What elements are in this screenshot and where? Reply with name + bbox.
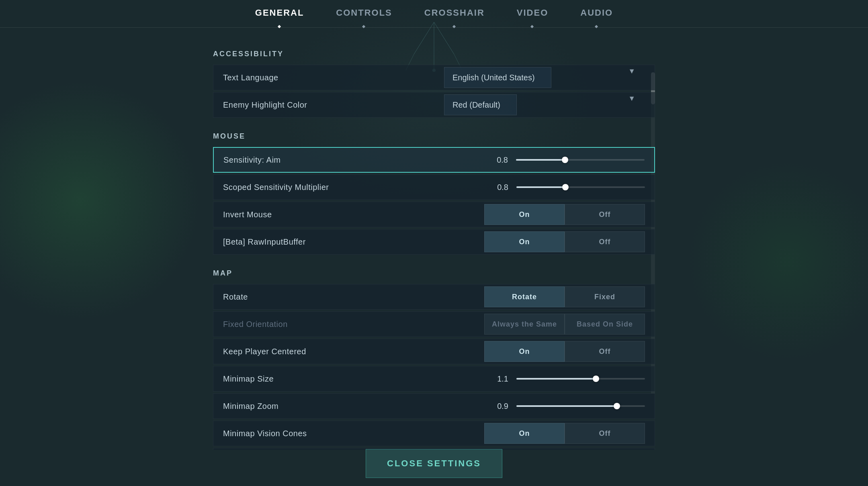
- keep-centered-toggle: On Off: [484, 341, 645, 362]
- minimap-size-thumb[interactable]: [593, 376, 599, 382]
- nav-item-audio[interactable]: AUDIO: [580, 8, 613, 21]
- minimap-zoom-control: 0.9: [488, 402, 645, 411]
- top-navigation: GENERAL CONTROLS CROSSHAIR VIDEO AUDIO: [0, 0, 868, 29]
- minimap-vision-label: Minimap Vision Cones: [223, 429, 484, 438]
- sensitivity-aim-control: 0.8: [488, 155, 645, 165]
- setting-row-text-language: Text Language English (United States) ▼: [213, 65, 655, 90]
- sensitivity-aim-slider[interactable]: [516, 159, 645, 161]
- minimap-size-control: 1.1: [488, 374, 645, 384]
- rotate-label: Rotate: [223, 292, 484, 302]
- mouse-header: MOUSE: [213, 132, 655, 141]
- setting-row-minimap-size: Minimap Size 1.1: [213, 366, 655, 392]
- nav-item-video[interactable]: VIDEO: [517, 8, 548, 21]
- setting-row-scoped-sensitivity: Scoped Sensitivity Multiplier 0.8: [213, 174, 655, 200]
- map-header: MAP: [213, 269, 655, 278]
- scoped-sensitivity-control: 0.8: [488, 183, 645, 192]
- sensitivity-aim-fill: [516, 159, 565, 161]
- nav-item-crosshair[interactable]: CROSSHAIR: [424, 8, 485, 21]
- invert-mouse-on-btn[interactable]: On: [484, 204, 565, 225]
- setting-row-raw-input: [Beta] RawInputBuffer On Off: [213, 229, 655, 255]
- scoped-sensitivity-thumb[interactable]: [562, 184, 569, 190]
- setting-row-minimap-vision: Minimap Vision Cones On Off: [213, 421, 655, 446]
- keep-centered-on-btn[interactable]: On: [484, 341, 565, 362]
- rotate-toggle: Rotate Fixed: [484, 286, 645, 307]
- enemy-highlight-select[interactable]: Red (Default): [444, 94, 517, 115]
- minimap-vision-off-btn[interactable]: Off: [565, 423, 645, 444]
- text-language-dropdown-arrow: ▼: [628, 67, 635, 76]
- settings-panel: ACCESSIBILITY Text Language English (Uni…: [213, 32, 655, 450]
- sensitivity-aim-label: Sensitivity: Aim: [223, 155, 488, 165]
- keep-centered-label: Keep Player Centered: [223, 347, 484, 356]
- keep-centered-off-btn[interactable]: Off: [565, 341, 645, 362]
- minimap-zoom-label: Minimap Zoom: [223, 402, 488, 411]
- scoped-sensitivity-value: 0.8: [488, 183, 508, 192]
- text-language-select[interactable]: English (United States): [444, 67, 551, 88]
- setting-row-rotate: Rotate Rotate Fixed: [213, 284, 655, 310]
- minimap-size-value: 1.1: [488, 374, 508, 384]
- raw-input-off-btn[interactable]: Off: [565, 231, 645, 252]
- fixed-orientation-side-btn[interactable]: Based On Side: [565, 314, 645, 335]
- minimap-zoom-value: 0.9: [488, 402, 508, 411]
- minimap-size-label: Minimap Size: [223, 374, 488, 384]
- raw-input-label: [Beta] RawInputBuffer: [223, 237, 484, 247]
- invert-mouse-toggle: On Off: [484, 204, 645, 225]
- setting-row-invert-mouse: Invert Mouse On Off: [213, 202, 655, 227]
- enemy-highlight-dropdown-arrow: ▼: [628, 94, 635, 103]
- rotate-fixed-btn[interactable]: Fixed: [565, 286, 645, 307]
- scoped-sensitivity-slider[interactable]: [516, 186, 645, 188]
- scoped-sensitivity-fill: [516, 186, 565, 188]
- setting-row-sensitivity-aim: Sensitivity: Aim 0.8: [213, 147, 655, 173]
- minimap-vision-on-btn[interactable]: On: [484, 423, 565, 444]
- scoped-sensitivity-label: Scoped Sensitivity Multiplier: [223, 183, 488, 192]
- nav-item-controls[interactable]: CONTROLS: [336, 8, 392, 21]
- fixed-orientation-label: Fixed Orientation: [223, 320, 484, 329]
- sensitivity-aim-thumb[interactable]: [562, 157, 568, 163]
- sensitivity-aim-value: 0.8: [488, 155, 508, 165]
- close-settings-button[interactable]: CLOSE SETTINGS: [366, 449, 502, 478]
- text-language-label: Text Language: [223, 73, 444, 82]
- raw-input-on-btn[interactable]: On: [484, 231, 565, 252]
- nav-item-general[interactable]: GENERAL: [255, 8, 304, 21]
- minimap-size-fill: [516, 378, 596, 380]
- invert-mouse-label: Invert Mouse: [223, 210, 484, 219]
- minimap-vision-toggle: On Off: [484, 423, 645, 444]
- minimap-size-slider[interactable]: [516, 378, 645, 380]
- raw-input-toggle: On Off: [484, 231, 645, 252]
- setting-row-keep-centered: Keep Player Centered On Off: [213, 339, 655, 364]
- setting-row-fixed-orientation: Fixed Orientation Always the Same Based …: [213, 311, 655, 337]
- text-language-dropdown-wrapper: English (United States) ▼: [444, 67, 645, 88]
- minimap-zoom-slider[interactable]: [516, 405, 645, 407]
- minimap-zoom-thumb[interactable]: [614, 403, 620, 409]
- accessibility-header: ACCESSIBILITY: [213, 50, 655, 58]
- invert-mouse-off-btn[interactable]: Off: [565, 204, 645, 225]
- setting-row-enemy-highlight: Enemy Highlight Color Red (Default) ▼: [213, 92, 655, 118]
- rotate-rotate-btn[interactable]: Rotate: [484, 286, 565, 307]
- fixed-orientation-toggle: Always the Same Based On Side: [484, 314, 645, 335]
- enemy-highlight-dropdown-wrapper: Red (Default) ▼: [444, 94, 645, 115]
- setting-row-minimap-zoom: Minimap Zoom 0.9: [213, 393, 655, 419]
- fixed-orientation-same-btn[interactable]: Always the Same: [484, 314, 565, 335]
- minimap-zoom-fill: [516, 405, 617, 407]
- enemy-highlight-label: Enemy Highlight Color: [223, 100, 444, 110]
- main-content: ACCESSIBILITY Text Language English (Uni…: [213, 32, 655, 450]
